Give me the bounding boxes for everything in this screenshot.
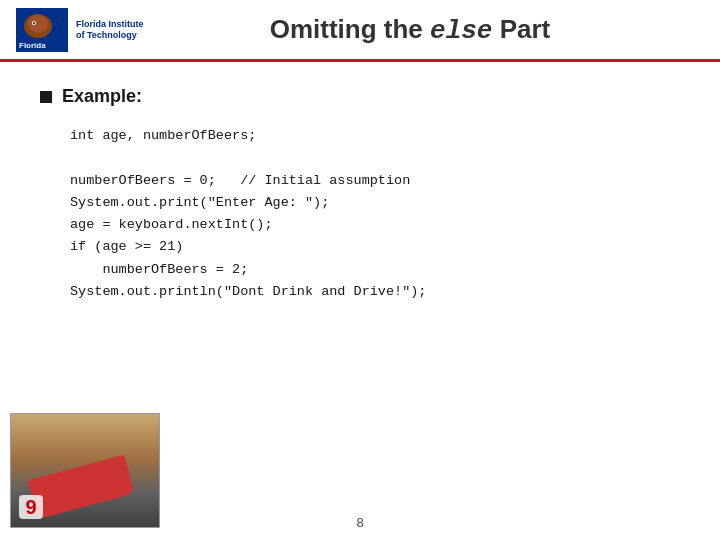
svg-point-2 (28, 15, 48, 33)
code-line-1: int age, numberOfBeers; (70, 125, 680, 147)
slide-content: Example: int age, numberOfBeers; numberO… (0, 62, 720, 539)
title-suffix: Part (492, 14, 550, 44)
title-code: else (430, 16, 492, 46)
car-flip-image (10, 413, 160, 528)
svg-text:Institute: Institute (19, 51, 46, 52)
code-block: int age, numberOfBeers; numberOfBeers = … (70, 125, 680, 303)
title-prefix: Omitting the (270, 14, 430, 44)
logo-area: Florida Institute Florida Institute of T… (16, 8, 176, 52)
example-label-row: Example: (40, 86, 680, 107)
slide-title-area: Omitting the else Part (176, 14, 704, 46)
slide-header: Florida Institute Florida Institute of T… (0, 0, 720, 62)
page-number: 8 (356, 515, 363, 530)
bullet-icon (40, 91, 52, 103)
logo-line1: Florida Institute (76, 19, 144, 30)
code-line-8: System.out.println("Dont Drink and Drive… (70, 281, 680, 303)
logo-line2: of Technology (76, 30, 144, 41)
svg-point-4 (33, 22, 35, 24)
code-line-2 (70, 147, 680, 169)
slide-title: Omitting the else Part (270, 14, 551, 44)
fit-logo: Florida Institute (16, 8, 68, 52)
code-line-3: numberOfBeers = 0; // Initial assumption (70, 170, 680, 192)
code-line-4: System.out.print("Enter Age: "); (70, 192, 680, 214)
example-heading: Example: (62, 86, 142, 107)
code-line-5: age = keyboard.nextInt(); (70, 214, 680, 236)
code-line-6: if (age >= 21) (70, 236, 680, 258)
code-line-7: numberOfBeers = 2; (70, 259, 680, 281)
svg-text:Florida: Florida (19, 41, 46, 50)
